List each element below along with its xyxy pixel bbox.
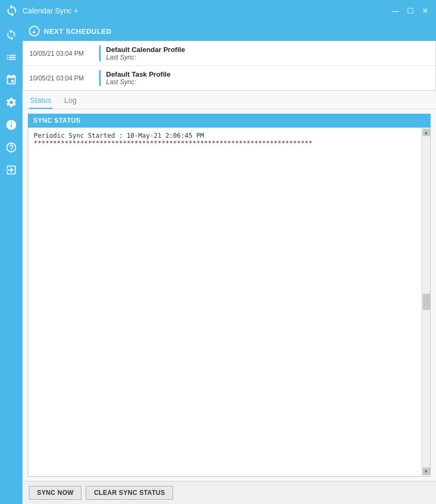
title-bar: Calendar Sync + — ☐ ✕ (0, 0, 436, 21)
sync-status-content: Periodic Sync Started : 10-May-21 2:06:4… (28, 128, 431, 477)
maximize-button[interactable]: ☐ (405, 7, 416, 14)
app-title: Calendar Sync + (22, 6, 390, 15)
profile-info-calendar: Default Calendar Profile Last Sync: (99, 46, 185, 61)
up-circle-icon: ▲ (29, 26, 40, 36)
scrollbar-thumb[interactable] (423, 294, 430, 310)
sidebar-item-help[interactable] (0, 136, 22, 159)
sync-status-text: Periodic Sync Started : 10-May-21 2:06:4… (28, 128, 422, 476)
clear-sync-status-button[interactable]: CLEAR SYNC STATUS (86, 486, 173, 500)
profile-last-sync-task: Last Sync: (106, 78, 170, 86)
sidebar-item-calendar[interactable] (0, 69, 22, 91)
profile-name-task: Default Task Profile (106, 70, 170, 78)
app-icon (5, 4, 18, 17)
bottom-bar: SYNC NOW CLEAR SYNC STATUS (22, 481, 436, 504)
next-scheduled-header: ▲ NEXT SCHEDULED (22, 21, 436, 41)
profile-info-task: Default Task Profile Last Sync: (99, 70, 170, 86)
sidebar-item-list[interactable] (0, 46, 22, 69)
minimize-button[interactable]: — (390, 7, 401, 14)
profile-row-task: 10/05/21 03:04 PM Default Task Profile L… (23, 66, 435, 90)
sidebar-item-info[interactable] (0, 114, 22, 136)
profile-last-sync-calendar: Last Sync: (106, 54, 185, 61)
sync-now-button[interactable]: SYNC NOW (29, 486, 81, 500)
sync-status-area: SYNC STATUS Periodic Sync Started : 10-M… (22, 109, 436, 481)
scrollbar-down-arrow[interactable]: ▼ (423, 468, 430, 475)
profile-time-calendar: 10/05/21 03:04 PM (29, 50, 99, 57)
sync-status-header: SYNC STATUS (28, 114, 431, 128)
app-body: ▲ NEXT SCHEDULED 10/05/21 03:04 PM Defau… (0, 21, 436, 504)
profile-time-task: 10/05/21 03:04 PM (29, 75, 99, 82)
sidebar-item-settings[interactable] (0, 91, 22, 114)
scheduled-panel: 10/05/21 03:04 PM Default Calendar Profi… (22, 41, 436, 91)
tabs-bar: Status Log (22, 91, 436, 109)
main-content: ▲ NEXT SCHEDULED 10/05/21 03:04 PM Defau… (22, 21, 436, 504)
profile-row-calendar: 10/05/21 03:04 PM Default Calendar Profi… (23, 41, 435, 66)
scrollbar-up-arrow[interactable]: ▲ (423, 129, 430, 136)
profile-name-calendar: Default Calendar Profile (106, 46, 185, 54)
sidebar-item-export[interactable] (0, 159, 22, 181)
sidebar-item-sync[interactable] (0, 24, 22, 46)
tab-status[interactable]: Status (29, 94, 52, 109)
scrollbar-track[interactable]: ▲ ▼ (422, 128, 430, 476)
window-controls: — ☐ ✕ (390, 7, 431, 14)
sidebar (0, 21, 22, 504)
close-button[interactable]: ✕ (420, 7, 431, 14)
tab-log[interactable]: Log (63, 94, 78, 109)
next-scheduled-label: NEXT SCHEDULED (44, 27, 111, 35)
